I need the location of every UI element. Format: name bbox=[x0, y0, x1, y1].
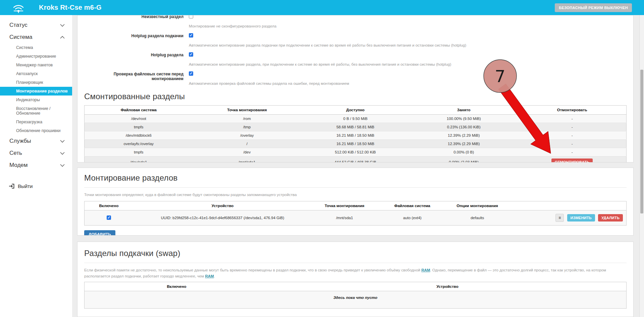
sidebar-item-reboot[interactable]: Перезагрузка bbox=[0, 118, 72, 126]
sidebar-item-network[interactable]: Сеть bbox=[0, 147, 72, 159]
sidebar-item-leds[interactable]: Индикаторы bbox=[0, 96, 72, 104]
table-cell: 0.00% (2.03 MiB) bbox=[410, 156, 518, 163]
table-header-row: Файловая система Точка монтирования Дост… bbox=[85, 106, 627, 115]
column-header: Точка монтирования bbox=[312, 201, 377, 210]
table-cell: 58.68 MiB / 58.81 MiB bbox=[301, 123, 410, 131]
row-actions: ≡ ИЗМЕНИТЬ УДАЛИТЬ bbox=[507, 210, 627, 225]
swap-heading: Разделы подкачки (swap) bbox=[84, 249, 627, 263]
table-row: /dev/mtdblock6 /overlay 16.21 MiB / 18.5… bbox=[85, 131, 627, 140]
table-row: /dev/sda1 /mnt/sda1 444.52 GiB / 468.38 … bbox=[85, 156, 627, 163]
add-button[interactable]: ДОБАВИТЬ bbox=[84, 230, 115, 236]
column-header: Опции монтирования bbox=[447, 201, 507, 210]
system-submenu: Система Администрирование Менеджер пакет… bbox=[0, 43, 72, 135]
chevron-down-icon bbox=[60, 152, 65, 155]
table-row: overlayfs:/overlay / 16.21 MiB / 18.50 M… bbox=[85, 140, 627, 148]
mount-points-heading: Монтирование разделов bbox=[84, 173, 627, 188]
column-header: Файловая система bbox=[85, 106, 193, 115]
setting-label: Проверка файловых систем перед монтирова… bbox=[84, 71, 189, 86]
table-cell: /dev/mtdblock6 bbox=[85, 131, 193, 140]
setting-row-hotplug-swap: Hotplug раздела подкачки Автоматическое … bbox=[84, 33, 627, 48]
table-row: /dev/root /rom 0 B / 9.50 MiB 100.00% (9… bbox=[85, 115, 627, 123]
table-cell: 512.00 KiB / 512.00 KiB bbox=[301, 148, 410, 156]
hotplug-partition-checkbox[interactable] bbox=[189, 52, 193, 57]
edit-button[interactable]: ИЗМЕНИТЬ bbox=[567, 214, 595, 221]
sidebar-item-package-manager[interactable]: Менеджер пакетов bbox=[0, 61, 72, 69]
sidebar: Статус Система Система Администрирование… bbox=[0, 15, 72, 317]
table-cell: - bbox=[518, 123, 626, 131]
column-header: Доступно bbox=[301, 106, 410, 115]
setting-description: Автоматическое монтирование раздела подк… bbox=[189, 43, 627, 48]
delete-button[interactable]: УДАЛИТЬ bbox=[598, 214, 623, 221]
table-cell: defaults bbox=[447, 210, 507, 225]
swap-description-text: . bbox=[214, 274, 215, 278]
mount-points-description: Точки монтирования определяют, куда в фа… bbox=[84, 192, 627, 198]
swap-description-text: Если физической памяти не достаточно, то… bbox=[84, 268, 421, 272]
sidebar-item-scheduler[interactable]: Планировщик bbox=[0, 78, 72, 87]
table-row: Здесь пока что пусто bbox=[85, 291, 627, 308]
table-cell: 0 B / 9.50 MiB bbox=[301, 115, 410, 123]
table-cell: UUID: b29fd258-c12c-41e1-9dcf-d4ef686563… bbox=[133, 210, 312, 225]
fsck-checkbox[interactable] bbox=[189, 71, 193, 76]
sidebar-item-firmware-upgrade[interactable]: Обновление прошивки bbox=[0, 126, 72, 135]
swap-table: Включено Устройство Здесь пока что пусто bbox=[84, 282, 627, 309]
unmount-button[interactable]: ОТМОНТИРОВАТЬ bbox=[551, 158, 593, 163]
table-cell: /tmp bbox=[193, 123, 301, 131]
table-cell: - bbox=[518, 148, 626, 156]
sidebar-item-label: Модем bbox=[9, 162, 28, 169]
setting-label: Hotplug раздела bbox=[84, 52, 189, 67]
sidebar-item-administration[interactable]: Администрирование bbox=[0, 52, 72, 61]
sidebar-item-label: Сеть bbox=[9, 150, 22, 156]
chevron-down-icon bbox=[60, 24, 65, 27]
sidebar-item-mount-points[interactable]: Монтирование разделов bbox=[0, 87, 72, 96]
table-row: tmpfs /dev 512.00 KiB / 512.00 KiB 0.00%… bbox=[85, 148, 627, 156]
swap-description: Если физической памяти не достаточно, то… bbox=[84, 267, 627, 279]
table-cell: 444.52 GiB / 468.38 GiB bbox=[301, 156, 410, 163]
chevron-up-icon bbox=[60, 36, 65, 39]
setting-row-hotplug-partition: Hotplug раздела Автоматическое монтирова… bbox=[84, 52, 627, 67]
mount-points-table: Включено Устройство Точка монтирования Ф… bbox=[84, 201, 627, 226]
app-title: Kroks Rt-Cse m6-G bbox=[39, 4, 102, 11]
mounted-partitions-heading: Смонтированные разделы bbox=[84, 92, 627, 101]
table-cell: ОТМОНТИРОВАТЬ bbox=[518, 156, 626, 163]
sidebar-item-modem[interactable]: Модем bbox=[0, 159, 72, 171]
table-cell: /dev/sda1 bbox=[85, 156, 193, 163]
table-cell: /dev bbox=[193, 148, 301, 156]
sidebar-item-status[interactable]: Статус bbox=[0, 19, 72, 31]
sidebar-item-system-general[interactable]: Система bbox=[0, 43, 72, 52]
scrollbar-thumb[interactable] bbox=[640, 70, 643, 213]
setting-row-unknown-partition: Неизвестный раздел Монтирование не сконф… bbox=[84, 15, 627, 28]
sidebar-item-autostart[interactable]: Автозапуск bbox=[0, 69, 72, 78]
ram-link[interactable]: RAM bbox=[421, 268, 430, 272]
logout-icon bbox=[9, 184, 14, 189]
sidebar-item-services[interactable]: Службы bbox=[0, 135, 72, 147]
empty-placeholder: Здесь пока что пусто bbox=[85, 291, 627, 308]
mount-enabled-checkbox[interactable] bbox=[107, 215, 111, 220]
table-cell: /overlay bbox=[193, 131, 301, 140]
mount-points-card: Монтирование разделов Точки монтирования… bbox=[77, 168, 634, 236]
table-cell: auto (ext4) bbox=[377, 210, 447, 225]
table-cell: 16.21 MiB / 18.50 MiB bbox=[301, 131, 410, 140]
table-cell: - bbox=[518, 131, 626, 140]
table-cell: tmpfs bbox=[85, 123, 193, 131]
sidebar-item-system[interactable]: Система bbox=[0, 31, 72, 43]
logout-button[interactable]: Выйти bbox=[0, 180, 72, 192]
table-cell: - bbox=[518, 140, 626, 148]
global-settings-card: Неизвестный раздел Монтирование не сконф… bbox=[77, 15, 634, 163]
hotplug-swap-checkbox[interactable] bbox=[189, 33, 193, 38]
ram-link[interactable]: RAM bbox=[205, 274, 214, 278]
unknown-partition-checkbox[interactable] bbox=[189, 15, 193, 18]
column-header: Включено bbox=[85, 201, 133, 210]
table-row: UUID: b29fd258-c12c-41e1-9dcf-d4ef686563… bbox=[85, 210, 627, 225]
vertical-scrollbar[interactable] bbox=[639, 15, 644, 317]
column-header: Файловая система bbox=[377, 201, 447, 210]
sidebar-item-backup-restore[interactable]: Восстановление / Обновление bbox=[0, 104, 72, 118]
row-menu-button[interactable]: ≡ bbox=[555, 214, 564, 222]
sidebar-item-label: Службы bbox=[9, 138, 31, 144]
wifi-logo-icon bbox=[11, 2, 25, 14]
table-cell: /dev/root bbox=[85, 115, 193, 123]
column-header: Включено bbox=[85, 282, 269, 291]
table-cell: 12.39% (2.29 MiB) bbox=[410, 131, 518, 140]
safe-mode-badge[interactable]: БЕЗОПАСНЫЙ РЕЖИМ ВЫКЛЮЧЕН bbox=[555, 3, 632, 12]
chevron-down-icon bbox=[60, 164, 65, 167]
column-header: Устройство bbox=[269, 282, 627, 291]
